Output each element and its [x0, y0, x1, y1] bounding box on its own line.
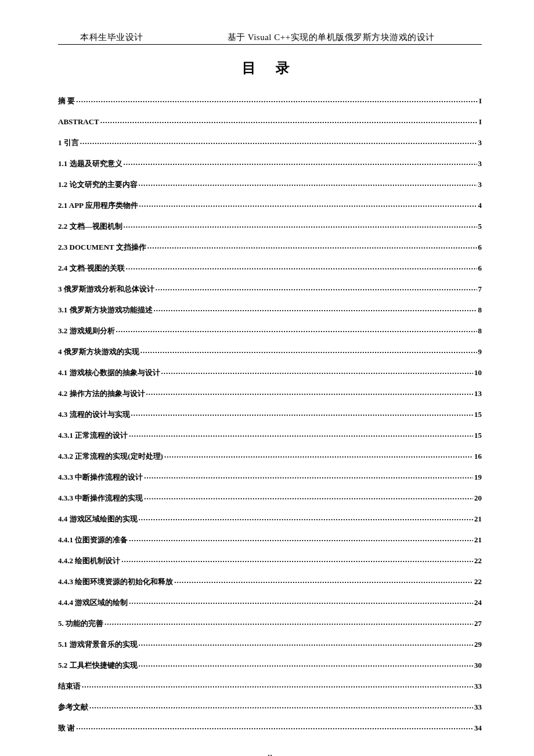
toc-entry-page: 21 — [474, 515, 482, 523]
toc-entry-label: 3.2 游戏规则分析 — [58, 327, 115, 334]
toc-entry-label: 4.4.3 绘图环境资源的初始化和释放 — [58, 578, 173, 585]
toc-leader-dots — [144, 472, 473, 480]
toc-leader-dots — [140, 347, 477, 354]
toc-entry-page: 34 — [474, 724, 482, 732]
toc-entry-page: 13 — [474, 390, 482, 397]
toc-leader-dots — [129, 597, 473, 605]
toc-entry-label: 4.4.1 位图资源的准备 — [58, 536, 128, 543]
toc-leader-dots — [80, 138, 477, 145]
toc-entry-label: 4.3.3 中断操作流程的实现 — [58, 494, 143, 502]
toc-entry-label: 4.2 操作方法的抽象与设计 — [58, 390, 145, 397]
document-page: 本科生毕业设计 基于 Visual C++实现的单机版俄罗斯方块游戏的设计 目 … — [0, 0, 534, 756]
toc-entry-page: 15 — [474, 411, 482, 418]
toc-entry: 4.3 流程的设计与实现15 — [58, 409, 482, 418]
toc-entry: 4 俄罗斯方块游戏的实现9 — [58, 347, 482, 355]
toc-entry: 结束语33 — [58, 681, 482, 690]
toc-entry-label: 4.3 流程的设计与实现 — [58, 411, 130, 418]
toc-entry: 2.2 文档—视图机制5 — [58, 221, 482, 230]
toc-entry: 2.1 APP 应用程序类物件4 — [58, 200, 482, 209]
toc-entry-page: 19 — [474, 473, 482, 481]
toc-entry-page: 6 — [478, 243, 482, 251]
toc-entry-label: 4.4.4 游戏区域的绘制 — [58, 599, 128, 606]
toc-entry-page: 6 — [478, 264, 482, 272]
toc-leader-dots — [121, 556, 473, 563]
toc-entry-page: I — [479, 97, 482, 105]
toc-entry: 3.2 游戏规则分析8 — [58, 326, 482, 334]
toc-entry-page: 9 — [478, 348, 482, 355]
toc-leader-dots — [76, 96, 478, 103]
toc-entry-page: 15 — [474, 431, 482, 439]
toc-entry: 4.3.3 中断操作流程的实现20 — [58, 493, 482, 502]
toc-entry-page: 22 — [474, 557, 482, 564]
toc-leader-dots — [139, 639, 474, 647]
toc-entry-label: 2.2 文档—视图机制 — [58, 222, 122, 230]
toc-leader-dots — [139, 200, 477, 208]
toc-entry-label: 致 谢 — [58, 724, 75, 732]
toc-entry-page: 16 — [474, 452, 482, 460]
toc-entry-page: 27 — [474, 620, 482, 627]
toc-entry-label: 3.1 俄罗斯方块游戏功能描述 — [58, 306, 153, 314]
toc-entry: 致 谢34 — [58, 723, 482, 732]
toc-entry: 4.4.4 游戏区域的绘制24 — [58, 597, 482, 606]
toc-entry-label: 参考文献 — [58, 703, 88, 711]
toc-leader-dots — [131, 409, 474, 417]
toc-entry-label: 2.3 DOCUMENT 文挡操作 — [58, 243, 146, 251]
toc-entry-page: 3 — [478, 139, 482, 146]
toc-entry-page: 5 — [478, 222, 482, 230]
toc-leader-dots — [156, 284, 477, 291]
toc-entry: 3 俄罗斯游戏分析和总体设计7 — [58, 284, 482, 293]
header-left: 本科生毕业设计 — [58, 32, 143, 43]
toc-leader-dots — [144, 493, 473, 501]
toc-entry: 4.4.2 绘图机制设计22 — [58, 556, 482, 564]
toc-leader-dots — [76, 723, 473, 730]
toc-entry: 4.3.3 中断操作流程的设计19 — [58, 472, 482, 481]
toc-leader-dots — [89, 702, 473, 710]
toc-entry: 4.4.3 绘图环境资源的初始化和释放22 — [58, 577, 482, 585]
toc-entry-page: 4 — [478, 201, 482, 209]
toc-leader-dots — [146, 388, 474, 396]
toc-entry: 参考文献33 — [58, 702, 482, 711]
toc-entry-label: 1 引言 — [58, 139, 79, 146]
toc-leader-dots — [104, 618, 473, 626]
toc-entry-page: 8 — [478, 327, 482, 334]
toc-leader-dots — [116, 326, 477, 333]
toc-leader-dots — [174, 577, 473, 584]
toc-entry: 3.1 俄罗斯方块游戏功能描述8 — [58, 305, 482, 314]
toc-leader-dots — [147, 242, 477, 250]
header-rule — [58, 44, 482, 45]
toc-leader-dots — [124, 159, 477, 166]
toc-leader-dots — [139, 514, 474, 521]
toc-entry-label: 摘 要 — [58, 97, 75, 105]
toc-leader-dots — [154, 305, 477, 312]
toc-entry-page: 30 — [474, 661, 482, 669]
toc-entry-page: 8 — [478, 306, 482, 314]
toc-entry-page: 33 — [474, 682, 482, 690]
toc-entry-label: 5.2 工具栏快捷键的实现 — [58, 661, 138, 669]
toc-entry: 1 引言3 — [58, 138, 482, 146]
toc-entry-page: 7 — [478, 285, 482, 293]
toc-entry-label: 1.1 选题及研究意义 — [58, 160, 122, 167]
toc-entry-label: 4.1 游戏核心数据的抽象与设计 — [58, 369, 160, 376]
toc-entry: 4.4.1 位图资源的准备21 — [58, 535, 482, 543]
toc-entry: 摘 要I — [58, 96, 482, 105]
toc-entry-label: 4 俄罗斯方块游戏的实现 — [58, 348, 139, 355]
toc-entry-page: 21 — [474, 536, 482, 543]
toc-entry-page: 3 — [478, 160, 482, 167]
toc-leader-dots — [139, 660, 474, 668]
toc-title: 目 录 — [58, 59, 482, 77]
toc-entry: 4.2 操作方法的抽象与设计13 — [58, 388, 482, 397]
toc-entry-page: I — [479, 118, 482, 125]
toc-entry-page: 33 — [474, 703, 482, 711]
toc-entry: 2.4 文档-视图的关联6 — [58, 263, 482, 272]
toc-leader-dots — [139, 179, 477, 187]
toc-entry-label: 5.1 游戏背景音乐的实现 — [58, 640, 138, 648]
toc-leader-dots — [129, 535, 473, 542]
toc-entry-label: 5. 功能的完善 — [58, 620, 103, 627]
page-header: 本科生毕业设计 基于 Visual C++实现的单机版俄罗斯方块游戏的设计 — [58, 32, 482, 43]
toc-entry-label: 3 俄罗斯游戏分析和总体设计 — [58, 285, 154, 293]
toc-entry: 1.2 论文研究的主要内容3 — [58, 179, 482, 188]
toc-entry-page: 20 — [474, 494, 482, 502]
toc-entry-label: 2.4 文档-视图的关联 — [58, 264, 125, 272]
toc-entry-label: 结束语 — [58, 682, 81, 690]
toc-leader-dots — [161, 368, 474, 375]
